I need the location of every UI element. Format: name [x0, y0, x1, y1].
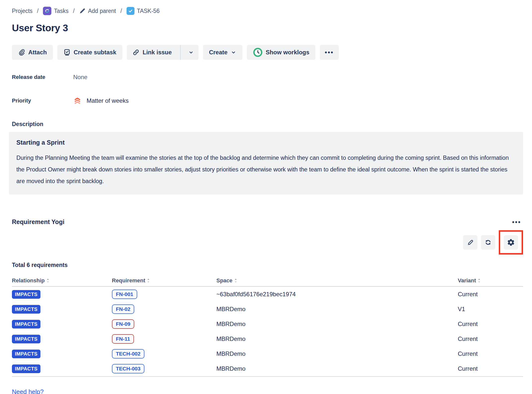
attach-button[interactable]: Attach	[12, 45, 53, 60]
breadcrumb-issue-key-label: TASK-56	[137, 8, 160, 14]
requirement-yogi-toolbar	[12, 230, 523, 255]
breadcrumb-separator: /	[73, 8, 74, 14]
relationship-badge: IMPACTS	[12, 290, 40, 299]
create-subtask-button[interactable]: Create subtask	[57, 45, 122, 60]
project-avatar-icon	[43, 7, 51, 15]
link-issue-dropdown-button[interactable]	[184, 45, 199, 60]
refresh-icon	[484, 238, 492, 246]
attach-button-label: Attach	[28, 49, 47, 56]
release-date-field: Release date None	[12, 74, 523, 81]
paperclip-icon	[18, 49, 25, 56]
issue-page: Projects / Tasks / Add parent /	[0, 0, 532, 394]
variant-cell: Current	[458, 350, 523, 357]
priority-value[interactable]: Matter of weeks	[73, 97, 129, 105]
variant-cell: Current	[458, 335, 523, 342]
link-issue-button-label: Link issue	[143, 49, 172, 56]
page-title: User Story 3	[12, 23, 523, 33]
requirement-yogi-title: Requirement Yogi	[12, 218, 65, 226]
column-header-space[interactable]: Space	[216, 277, 458, 284]
column-header-variant[interactable]: Variant	[458, 277, 523, 284]
more-actions-button[interactable]: •••	[320, 45, 339, 60]
priority-label: Priority	[12, 98, 73, 104]
table-row: IMPACTS FN-02 MBRDemo V1	[12, 302, 523, 317]
column-header-relationship[interactable]: Relationship	[12, 277, 112, 284]
table-row: IMPACTS FN-11 MBRDemo Current	[12, 331, 523, 346]
breadcrumb-tasks-label: Tasks	[54, 8, 68, 14]
requirements-table: Relationship Requirement Space Variant	[12, 275, 523, 377]
edit-button[interactable]	[463, 235, 477, 250]
refresh-button[interactable]	[481, 235, 495, 250]
link-issue-button[interactable]: Link issue	[127, 45, 177, 60]
toolbar: Attach Create subtask Link issue	[12, 45, 523, 60]
breadcrumb-issue-key[interactable]: TASK-56	[127, 7, 160, 15]
link-issue-split-button: Link issue	[127, 45, 199, 60]
requirement-link[interactable]: TECH-003	[112, 364, 144, 373]
sort-arrows-icon	[234, 278, 237, 283]
show-worklogs-button[interactable]: Show worklogs	[247, 45, 315, 60]
link-icon	[132, 49, 140, 56]
variant-cell: V1	[458, 306, 523, 313]
description-body: During the Planning Meeting the team wil…	[16, 152, 516, 187]
relationship-badge: IMPACTS	[12, 320, 40, 328]
description-heading: Starting a Sprint	[16, 139, 516, 146]
breadcrumb: Projects / Tasks / Add parent /	[12, 7, 523, 15]
space-cell: MBRDemo	[216, 321, 458, 328]
relationship-badge: IMPACTS	[12, 364, 40, 373]
gear-icon	[507, 238, 515, 246]
requirement-link[interactable]: FN-09	[112, 319, 134, 329]
pencil-icon	[79, 8, 86, 14]
triple-chevron-up-icon	[73, 97, 82, 105]
space-cell: ~63baf0fd56176e219bec1974	[216, 291, 458, 298]
need-help-link[interactable]: Need help?	[12, 388, 44, 394]
sort-arrows-icon	[46, 278, 50, 283]
space-cell: MBRDemo	[216, 365, 458, 372]
create-dropdown-button[interactable]: Create	[203, 45, 242, 60]
requirement-link[interactable]: FN-02	[112, 304, 134, 314]
breadcrumb-add-parent[interactable]: Add parent	[79, 8, 116, 14]
sync-arrows-icon	[44, 8, 50, 14]
task-check-icon	[127, 7, 134, 15]
create-subtask-button-label: Create subtask	[74, 49, 116, 56]
relationship-badge: IMPACTS	[12, 335, 40, 343]
requirement-link[interactable]: FN-001	[112, 290, 137, 299]
description-box[interactable]: Starting a Sprint During the Planning Me…	[9, 132, 523, 195]
column-header-requirement[interactable]: Requirement	[112, 277, 216, 284]
requirement-link[interactable]: TECH-002	[112, 349, 144, 359]
breadcrumb-projects[interactable]: Projects	[12, 8, 33, 14]
breadcrumb-projects-label: Projects	[12, 8, 33, 14]
subtask-check-icon	[63, 49, 71, 56]
table-row: IMPACTS FN-09 MBRDemo Current	[12, 317, 523, 331]
description-label: Description	[12, 121, 523, 128]
space-cell: MBRDemo	[216, 335, 458, 342]
requirement-yogi-more-button[interactable]: •••	[510, 221, 523, 223]
requirement-yogi-section: Requirement Yogi •••	[12, 218, 523, 394]
issue-fields: Release date None Priority Matter of wee…	[12, 74, 523, 105]
create-button-label: Create	[209, 49, 228, 56]
table-row: IMPACTS TECH-002 MBRDemo Current	[12, 346, 523, 361]
variant-cell: Current	[458, 291, 523, 298]
release-date-label: Release date	[12, 74, 73, 80]
variant-cell: Current	[458, 321, 523, 328]
table-body: IMPACTS FN-001 ~63baf0fd56176e219bec1974…	[12, 287, 523, 377]
chevron-down-icon	[188, 49, 194, 55]
pencil-icon	[466, 239, 474, 246]
requirements-total: Total 6 requirements	[12, 262, 523, 268]
relationship-badge: IMPACTS	[12, 350, 40, 358]
breadcrumb-separator: /	[120, 8, 122, 14]
split-divider	[180, 45, 181, 60]
table-header-row: Relationship Requirement Space Variant	[12, 275, 523, 287]
release-date-value[interactable]: None	[73, 74, 87, 81]
relationship-badge: IMPACTS	[12, 305, 40, 314]
breadcrumb-add-parent-label: Add parent	[88, 8, 116, 14]
show-worklogs-button-label: Show worklogs	[266, 49, 309, 56]
sort-arrows-icon	[147, 278, 150, 283]
space-cell: MBRDemo	[216, 306, 458, 313]
table-row: IMPACTS TECH-003 MBRDemo Current	[12, 361, 523, 376]
breadcrumb-project-tasks[interactable]: Tasks	[43, 7, 68, 15]
settings-button[interactable]	[504, 235, 518, 250]
sort-arrows-icon	[477, 278, 481, 283]
priority-value-label: Matter of weeks	[87, 97, 129, 104]
space-cell: MBRDemo	[216, 350, 458, 357]
requirement-link[interactable]: FN-11	[112, 334, 134, 344]
chevron-down-icon	[231, 49, 236, 55]
